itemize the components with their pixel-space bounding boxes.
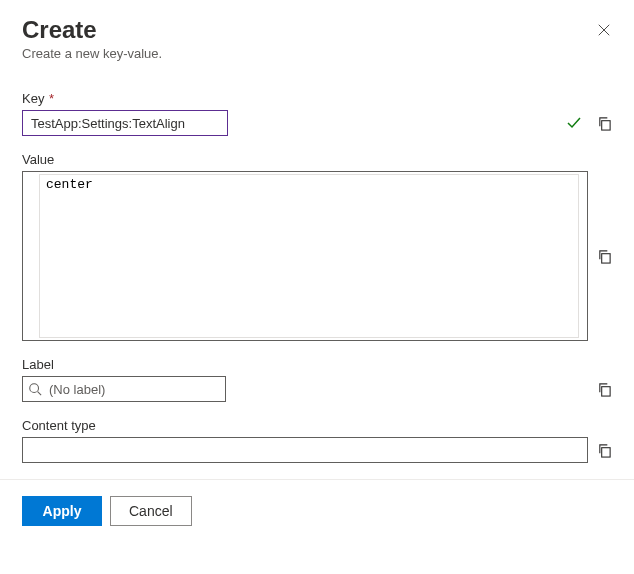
label-input[interactable] [22,376,226,402]
key-field: Key * [22,91,612,136]
copy-icon [597,443,612,458]
svg-rect-6 [601,386,609,395]
cancel-button[interactable]: Cancel [110,496,192,526]
copy-icon [597,116,612,131]
svg-line-5 [38,392,42,396]
svg-rect-3 [601,253,609,262]
copy-content-type-button[interactable] [596,442,612,458]
copy-icon [597,249,612,264]
check-icon [566,115,582,131]
copy-label-button[interactable] [596,381,612,397]
copy-key-button[interactable] [596,115,612,131]
value-editor-container [22,171,588,341]
copy-icon [597,382,612,397]
footer: Apply Cancel [0,480,634,542]
value-label: Value [22,152,612,167]
label-field: Label [22,357,612,402]
required-indicator: * [45,91,54,106]
key-label: Key * [22,91,612,106]
key-input[interactable] [22,110,228,136]
value-field: Value [22,152,612,341]
search-icon [28,382,42,396]
value-textarea[interactable] [39,174,579,338]
page-title: Create [22,16,162,44]
svg-rect-2 [601,120,609,129]
close-icon [597,23,611,37]
svg-point-4 [30,384,39,393]
content-type-field: Content type [22,418,612,463]
content-type-label: Content type [22,418,612,433]
copy-value-button[interactable] [596,248,612,264]
close-button[interactable] [596,22,612,38]
page-subtitle: Create a new key-value. [22,46,162,61]
apply-button[interactable]: Apply [22,496,102,526]
label-label: Label [22,357,612,372]
content-type-input[interactable] [22,437,588,463]
panel-header: Create Create a new key-value. [22,16,612,61]
svg-rect-7 [601,447,609,456]
